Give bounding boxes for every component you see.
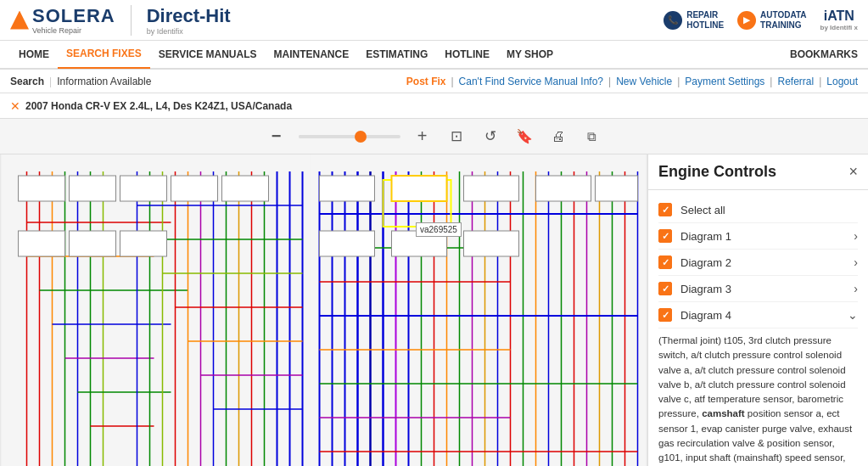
diagram3-checkbox[interactable]: ✓ xyxy=(658,282,672,295)
nav-hotline[interactable]: HOTLINE xyxy=(436,40,498,69)
diagram3-chevron-icon[interactable]: › xyxy=(854,282,858,295)
diagram2-label: Diagram 2 xyxy=(680,256,854,269)
copy-button[interactable]: ⧉ xyxy=(580,125,604,149)
svg-rect-73 xyxy=(19,176,65,201)
header-right: 📞 REPAIRHOTLINE ▶ AUTODATATRAINING iATN … xyxy=(664,8,858,31)
svg-rect-79 xyxy=(70,231,116,256)
sep2: | xyxy=(608,76,611,87)
select-all-label: Select all xyxy=(680,204,858,216)
solera-logo: SOLERA Vehicle Repair xyxy=(10,5,115,35)
panel-title: Engine Controls xyxy=(658,163,776,181)
zoom-in-button[interactable]: + xyxy=(411,125,434,149)
search-links: Post Fix | Can't Find Service Manual Inf… xyxy=(406,76,858,87)
autodata-training-label: AUTODATATRAINING xyxy=(760,10,806,31)
panel-body: ✓ Select all ✓ Diagram 1 › ✓ Diagram 2 › xyxy=(648,190,868,466)
direct-hit-text: Direct-Hit xyxy=(147,5,231,26)
svg-rect-84 xyxy=(536,176,591,201)
post-fix-link[interactable]: Post Fix xyxy=(406,76,446,87)
nav-maintenance[interactable]: MAINTENANCE xyxy=(265,40,357,69)
nav-my-shop[interactable]: MY SHOP xyxy=(498,40,562,69)
solera-brand: SOLERA Vehicle Repair xyxy=(32,5,115,35)
diagram3-label: Diagram 3 xyxy=(680,283,854,295)
search-bar: Search | Information Available Post Fix … xyxy=(0,70,868,93)
diagram1-item[interactable]: ✓ Diagram 1 › xyxy=(658,223,858,250)
logo-area: SOLERA Vehicle Repair Direct-Hit by Iden… xyxy=(10,5,231,36)
phone-icon: 📞 xyxy=(664,11,682,30)
panel-header: Engine Controls × xyxy=(648,154,868,190)
zoom-slider[interactable] xyxy=(299,135,400,138)
repair-hotline-button[interactable]: 📞 REPAIRHOTLINE xyxy=(664,10,724,31)
svg-rect-78 xyxy=(19,231,65,256)
autodata-training-button[interactable]: ▶ AUTODATATRAINING xyxy=(737,10,806,31)
main-content: Diagram 3 Diagram 4 va269525 xyxy=(0,154,868,466)
repair-hotline-label: REPAIRHOTLINE xyxy=(686,10,724,31)
nav-search-fixes[interactable]: SEARCH FIXES xyxy=(58,40,150,69)
by-identifix-text: by Identifix xyxy=(147,27,231,36)
zoom-out-button[interactable]: − xyxy=(265,125,288,149)
diagram-area[interactable]: Diagram 3 Diagram 4 va269525 xyxy=(0,154,647,466)
sep4: | xyxy=(770,76,772,87)
diagram4-item[interactable]: ✓ Diagram 4 ⌄ xyxy=(658,302,858,328)
svg-rect-86 xyxy=(320,231,375,256)
check-mark: ✓ xyxy=(662,205,669,216)
diagram4-checkbox[interactable]: ✓ xyxy=(658,308,672,322)
slider-thumb[interactable] xyxy=(355,131,367,143)
check-mark: ✓ xyxy=(662,310,669,321)
diagram2-item[interactable]: ✓ Diagram 2 › xyxy=(658,250,858,276)
cant-find-link[interactable]: Can't Find Service Manual Info? xyxy=(459,76,603,87)
sep3: | xyxy=(677,76,680,87)
search-separator: | xyxy=(49,76,52,87)
nav-home[interactable]: HOME xyxy=(10,40,58,69)
solera-triangle-icon xyxy=(10,11,29,30)
svg-rect-83 xyxy=(464,176,519,201)
svg-rect-77 xyxy=(222,176,269,201)
check-mark: ✓ xyxy=(662,284,669,295)
new-vehicle-link[interactable]: New Vehicle xyxy=(616,76,672,87)
diagram2-checkbox[interactable]: ✓ xyxy=(658,255,672,269)
diagram1-chevron-icon[interactable]: › xyxy=(854,229,858,243)
diagram1-checkbox[interactable]: ✓ xyxy=(658,229,672,243)
bookmark-button[interactable]: 🔖 xyxy=(512,125,536,149)
logout-link[interactable]: Logout xyxy=(826,76,858,87)
solera-sub: Vehicle Repair xyxy=(32,27,115,35)
select-all-checkbox[interactable]: ✓ xyxy=(658,203,672,216)
slider-track[interactable] xyxy=(299,135,400,138)
diagram2-chevron-icon[interactable]: › xyxy=(854,255,858,269)
svg-rect-88 xyxy=(464,231,519,256)
camshaft-bold: camshaft xyxy=(702,408,745,418)
print-button[interactable]: 🖨 xyxy=(546,125,570,149)
panel-close-button[interactable]: × xyxy=(848,163,858,181)
svg-rect-76 xyxy=(171,176,218,201)
diagram4-chevron-up-icon[interactable]: ⌄ xyxy=(848,308,858,322)
nav-estimating[interactable]: ESTIMATING xyxy=(357,40,436,69)
referral-link[interactable]: Referral xyxy=(777,76,814,87)
header: SOLERA Vehicle Repair Direct-Hit by Iden… xyxy=(0,0,868,41)
vehicle-text: 2007 Honda CR-V EX 2.4L, L4, Des K24Z1, … xyxy=(25,100,292,112)
iatn-label: iATN xyxy=(820,8,858,24)
diagram4-label: Diagram 4 xyxy=(680,309,848,322)
iatn-text: iATN by Identifi x xyxy=(820,8,858,31)
solera-text: SOLERA xyxy=(32,5,115,26)
nav-service-manuals[interactable]: SERVICE MANUALS xyxy=(150,40,266,69)
iatn-button[interactable]: iATN by Identifi x xyxy=(820,8,858,31)
direct-hit-brand: Direct-Hit by Identifix xyxy=(147,5,231,36)
diagram3-item[interactable]: ✓ Diagram 3 › xyxy=(658,276,858,302)
check-mark: ✓ xyxy=(662,257,669,268)
rotate-button[interactable]: ↺ xyxy=(479,125,502,149)
diagram4-description: (Thermal joint) t105, 3rd clutch pressur… xyxy=(658,328,858,466)
engine-controls-panel: Engine Controls × ✓ Select all ✓ Diagram… xyxy=(647,154,868,466)
iatn-sub: by Identifi x xyxy=(820,24,858,31)
nav-bookmarks[interactable]: BOOKMARKS xyxy=(790,48,858,60)
vehicle-icon: ✕ xyxy=(10,99,20,113)
svg-rect-80 xyxy=(120,231,167,256)
va-label: va269525 xyxy=(416,222,462,237)
diagram1-label: Diagram 1 xyxy=(680,230,854,243)
wiring-diagram xyxy=(0,154,647,466)
svg-rect-85 xyxy=(596,176,638,201)
check-mark: ✓ xyxy=(662,231,669,242)
sep1: | xyxy=(451,76,453,87)
slider-fill xyxy=(299,135,360,138)
fit-screen-button[interactable]: ⊡ xyxy=(445,125,468,149)
select-all-item[interactable]: ✓ Select all xyxy=(658,197,858,223)
payment-settings-link[interactable]: Payment Settings xyxy=(685,76,764,87)
